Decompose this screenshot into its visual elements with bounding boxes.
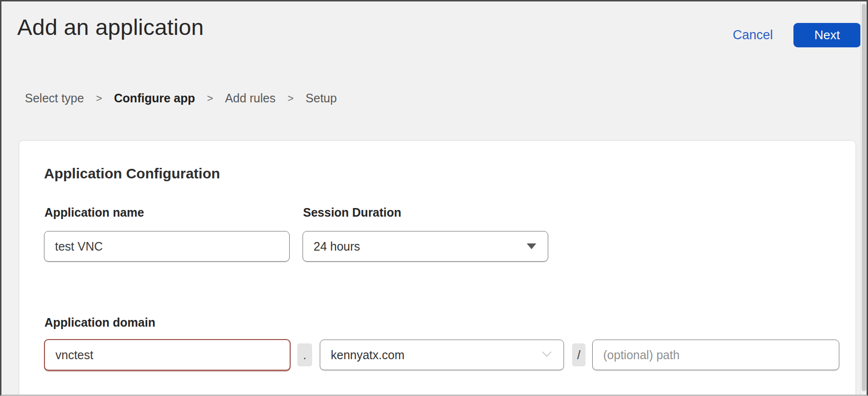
session-duration-label: Session Duration [303,206,401,220]
next-button[interactable]: Next [793,23,861,47]
dot-separator: . [297,343,312,366]
cancel-button[interactable]: Cancel [733,28,773,43]
breadcrumb-separator: > [96,92,102,105]
scrollbar-thumb[interactable] [862,4,866,391]
configuration-card: Application Configuration Application na… [19,140,856,396]
page-title: Add an application [17,14,204,40]
chevron-down-icon [542,347,552,357]
slash-separator: / [572,343,586,366]
application-domain-label: Application domain [44,316,155,330]
breadcrumb-separator: > [287,92,293,105]
domain-select[interactable]: kennyatx.com [320,340,564,370]
domain-select-value: kennyatx.com [331,348,404,362]
breadcrumb-step-setup[interactable]: Setup [305,91,336,105]
breadcrumb-step-select-type[interactable]: Select type [25,91,84,105]
session-duration-value: 24 hours [314,240,360,253]
breadcrumb: Select type > Configure app > Add rules … [25,91,337,105]
breadcrumb-step-configure-app[interactable]: Configure app [114,91,195,105]
breadcrumb-separator: > [207,92,213,105]
scrollbar[interactable] [860,1,867,395]
application-name-input[interactable] [44,231,290,262]
add-application-page: Add an application Cancel Next Select ty… [0,0,868,396]
application-name-label: Application name [44,206,144,220]
dropdown-arrow-icon [527,243,536,249]
subdomain-input[interactable] [44,339,291,371]
path-input[interactable] [592,340,839,370]
breadcrumb-step-add-rules[interactable]: Add rules [225,91,276,105]
session-duration-select[interactable]: 24 hours [303,231,548,262]
card-heading: Application Configuration [44,165,220,182]
